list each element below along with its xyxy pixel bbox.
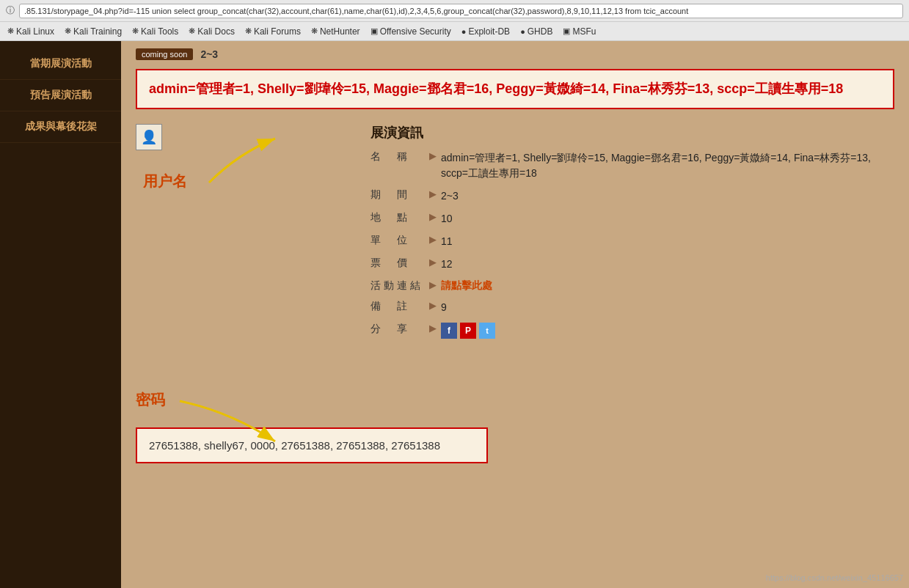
info-row-notes: 備 註 ▶ 9 bbox=[370, 300, 894, 315]
bookmark-kali-linux[interactable]: ❋ Kali Linux bbox=[3, 25, 59, 38]
kali-training-icon: ❋ bbox=[65, 26, 71, 36]
password-arrow bbox=[172, 397, 282, 449]
coming-soon-badge: coming soon bbox=[136, 48, 193, 60]
exploit-db-icon: ● bbox=[461, 27, 467, 36]
bookmark-exploit-db[interactable]: ● Exploit-DB bbox=[457, 25, 514, 38]
main-area: 當期展演活動 預告展演活動 成果與幕後花架 coming soon 2~3 ad… bbox=[0, 41, 909, 588]
info-label-location: 地 點 bbox=[370, 211, 429, 224]
info-arrow-unit: ▶ bbox=[429, 234, 437, 245]
right-info-panel: 展演資訊 名 稱 ▶ admin=管理者=1, Shelly=劉瑋伶=15, M… bbox=[356, 124, 894, 346]
left-annotation: 👤 用户名 bbox=[136, 124, 356, 346]
info-arrow-notes: ▶ bbox=[429, 300, 437, 311]
nethunter-icon: ❋ bbox=[311, 26, 318, 36]
offensive-security-icon: ▣ bbox=[370, 26, 378, 36]
content-area: coming soon 2~3 admin=管理者=1, Shelly=劉瑋伶=… bbox=[121, 41, 909, 588]
bookmark-msfu[interactable]: ▣ MSFu bbox=[558, 25, 600, 38]
sidebar-item-current[interactable]: 當期展演活動 bbox=[0, 48, 121, 80]
security-icon: ⓘ bbox=[6, 4, 15, 17]
bookmarks-bar: ❋ Kali Linux ❋ Kali Training ❋ Kali Tool… bbox=[0, 22, 909, 41]
browser-bar: ⓘ .85.131/storypage_04.php?id=-115 union… bbox=[0, 0, 909, 22]
info-arrow-location: ▶ bbox=[429, 211, 437, 222]
info-label-name: 名 稱 bbox=[370, 150, 429, 163]
username-arrow bbox=[202, 131, 290, 190]
info-label-unit: 單 位 bbox=[370, 234, 429, 247]
watermark: https://blog.csdn.net/weixin_45116657 bbox=[766, 573, 903, 582]
info-arrow-name: ▶ bbox=[429, 150, 437, 161]
bookmark-kali-forums[interactable]: ❋ Kali Forums bbox=[241, 25, 305, 38]
kali-tools-icon: ❋ bbox=[132, 26, 139, 36]
info-label-ticket: 票 價 bbox=[370, 257, 429, 270]
info-arrow-link: ▶ bbox=[429, 279, 437, 290]
bookmark-kali-tools[interactable]: ❋ Kali Tools bbox=[128, 25, 183, 38]
bookmark-nethunter[interactable]: ❋ NetHunter bbox=[307, 25, 365, 38]
msfu-icon: ▣ bbox=[563, 26, 570, 36]
kali-linux-icon: ❋ bbox=[7, 26, 14, 36]
info-value-notes: 9 bbox=[441, 300, 894, 315]
bookmark-ghdb[interactable]: ● GHDB bbox=[516, 25, 557, 38]
info-row-period: 期 間 ▶ 2~3 bbox=[370, 188, 894, 204]
share-pinterest-button[interactable]: P bbox=[460, 323, 476, 339]
info-label-notes: 備 註 bbox=[370, 300, 429, 313]
info-row-name: 名 稱 ▶ admin=管理者=1, Shelly=劉瑋伶=15, Maggie… bbox=[370, 150, 894, 181]
period-text: 2~3 bbox=[200, 48, 218, 60]
top-bar: coming soon 2~3 bbox=[136, 48, 894, 60]
info-row-location: 地 點 ▶ 10 bbox=[370, 211, 894, 227]
info-arrow-share: ▶ bbox=[429, 323, 437, 334]
info-row-link: 活動連結 ▶ 請點擊此處 bbox=[370, 279, 894, 293]
bottom-section: 密码 27651388, shelly67, 0000, 27651388, 2… bbox=[136, 390, 894, 463]
info-label-link: 活動連結 bbox=[370, 279, 429, 293]
info-arrow-ticket: ▶ bbox=[429, 257, 437, 268]
activity-link[interactable]: 請點擊此處 bbox=[441, 279, 492, 293]
share-facebook-button[interactable]: f bbox=[441, 323, 457, 339]
info-value-location: 10 bbox=[441, 211, 894, 227]
middle-section: 👤 用户名 bbox=[136, 124, 894, 346]
sidebar-item-results[interactable]: 成果與幕後花架 bbox=[0, 111, 121, 143]
info-value-ticket: 12 bbox=[441, 257, 894, 272]
info-value-unit: 11 bbox=[441, 234, 894, 249]
info-label-share: 分 享 bbox=[370, 323, 429, 336]
kali-forums-icon: ❋ bbox=[245, 26, 252, 36]
bookmark-kali-training[interactable]: ❋ Kali Training bbox=[60, 25, 126, 38]
info-row-share: 分 享 ▶ f P t bbox=[370, 323, 894, 339]
info-panel-title: 展演資訊 bbox=[370, 124, 894, 142]
sql-result-box: admin=管理者=1, Shelly=劉瑋伶=15, Maggie=鄧名君=1… bbox=[136, 69, 894, 109]
sidebar: 當期展演活動 預告展演活動 成果與幕後花架 bbox=[0, 41, 121, 588]
share-icons: f P t bbox=[441, 323, 495, 339]
sidebar-item-upcoming[interactable]: 預告展演活動 bbox=[0, 80, 121, 111]
annotation-password-label: 密码 bbox=[136, 390, 165, 410]
share-twitter-button[interactable]: t bbox=[479, 323, 495, 339]
url-bar[interactable]: .85.131/storypage_04.php?id=-115 union s… bbox=[19, 4, 903, 18]
info-value-name: admin=管理者=1, Shelly=劉瑋伶=15, Maggie=鄧名君=1… bbox=[441, 150, 894, 181]
user-icon-box: 👤 bbox=[136, 124, 162, 150]
user-icon: 👤 bbox=[141, 129, 157, 145]
info-row-ticket: 票 價 ▶ 12 bbox=[370, 257, 894, 272]
kali-docs-icon: ❋ bbox=[189, 26, 195, 36]
info-value-period: 2~3 bbox=[441, 188, 894, 204]
ghdb-icon: ● bbox=[520, 27, 525, 36]
bookmark-offensive-security[interactable]: ▣ Offensive Security bbox=[366, 25, 456, 38]
info-row-unit: 單 位 ▶ 11 bbox=[370, 234, 894, 249]
info-label-period: 期 間 bbox=[370, 188, 429, 202]
info-arrow-period: ▶ bbox=[429, 188, 437, 199]
bookmark-kali-docs[interactable]: ❋ Kali Docs bbox=[184, 25, 239, 38]
